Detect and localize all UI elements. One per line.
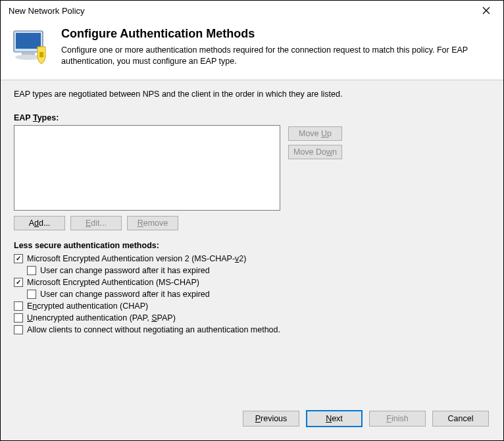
checkbox-label: Microsoft Encrypted Authentication (MS-C… [27,278,199,287]
svg-rect-4 [39,52,43,57]
less-secure-header: Less secure authentication methods: [14,241,491,250]
checkbox-label: Unencrypted authentication (PAP, SPAP) [27,313,176,323]
remove-button[interactable]: Remove [127,216,178,230]
edit-button[interactable]: Edit... [70,216,122,230]
close-button[interactable] [476,1,497,20]
checkbox-no-auth[interactable]: Allow clients to connect without negotia… [14,325,491,334]
add-button[interactable]: Add... [14,216,65,230]
checkbox-icon [14,278,23,287]
checkbox-icon [27,266,36,275]
checkbox-icon [14,301,23,311]
header-text: Configure Authentication Methods Configu… [61,27,493,68]
checkbox-label: Allow clients to connect without negotia… [27,325,280,334]
info-line: EAP types are negotiated between NPS and… [14,90,491,99]
page-title: Configure Authentication Methods [61,27,493,41]
header: Configure Authentication Methods Configu… [1,20,503,80]
checkbox-label: User can change password after it has ex… [40,290,210,299]
checkbox-icon [14,325,23,334]
checkbox-pap[interactable]: Unencrypted authentication (PAP, SPAP) [14,313,491,323]
next-button[interactable]: Next [306,410,363,427]
close-icon [482,7,490,14]
dialog-window: New Network Policy Configure Authenticat… [0,0,504,441]
checkbox-mschap-pw[interactable]: User can change password after it has ex… [27,290,491,299]
previous-button[interactable]: Previous [243,411,299,427]
cancel-button[interactable]: Cancel [432,411,489,427]
move-up-button[interactable]: Move Up [288,126,342,141]
move-buttons: Move Up Move Down [288,126,342,159]
checkbox-label: User can change password after it has ex… [40,266,210,275]
eap-types-label: EAP Types: [14,113,491,122]
finish-button[interactable]: Finish [369,411,426,427]
eap-types-listbox[interactable] [14,125,280,211]
move-down-button[interactable]: Move Down [288,145,342,159]
checkbox-mschap-v2-pw[interactable]: User can change password after it has ex… [27,266,491,275]
checkbox-icon [14,313,23,323]
monitor-shield-icon [11,28,52,68]
checkbox-chap[interactable]: Encrypted authentication (CHAP) [14,301,491,311]
titlebar: New Network Policy [1,1,503,20]
checkbox-label: Microsoft Encrypted Authentication versi… [27,254,246,263]
checkbox-icon [27,290,36,299]
eap-row: Move Up Move Down [14,125,491,211]
window-title: New Network Policy [9,6,85,16]
footer: Previous Next Finish Cancel [1,403,503,440]
checkbox-mschap[interactable]: Microsoft Encrypted Authentication (MS-C… [14,278,491,287]
checkbox-icon [14,254,23,263]
page-description: Configure one or more authentication met… [61,45,493,67]
checkbox-label: Encrypted authentication (CHAP) [27,301,148,311]
checkbox-mschap-v2[interactable]: Microsoft Encrypted Authentication versi… [14,254,491,263]
list-buttons: Add... Edit... Remove [14,216,491,230]
svg-rect-1 [16,33,41,49]
body: EAP types are negotiated between NPS and… [1,80,503,403]
